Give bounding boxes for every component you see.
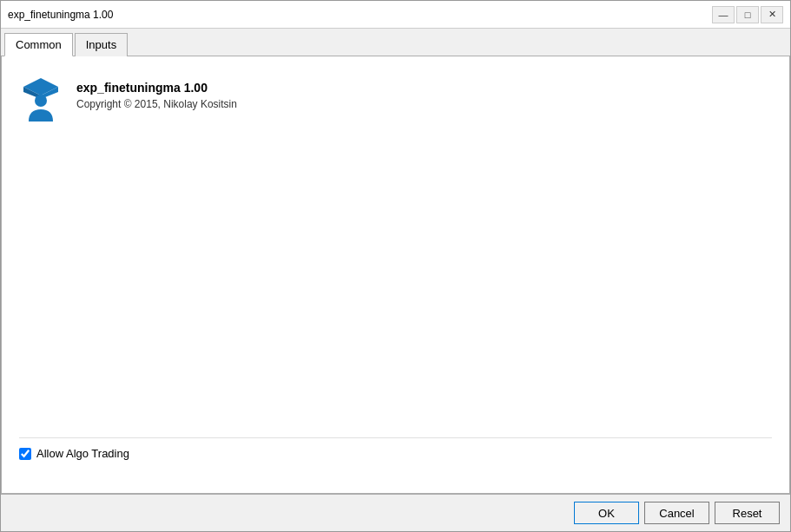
maximize-button[interactable]: □ (736, 6, 759, 23)
reset-button[interactable]: Reset (715, 502, 780, 524)
expert-name: exp_finetuningma 1.00 (76, 81, 237, 95)
close-button[interactable]: ✕ (761, 6, 783, 23)
svg-point-3 (35, 95, 47, 107)
tab-bar: Common Inputs (1, 29, 790, 56)
main-window: exp_finetuningma 1.00 — □ ✕ Common Input… (0, 0, 791, 532)
allow-algo-section: Allow Algo Trading (19, 437, 772, 469)
window-controls: — □ ✕ (712, 6, 783, 23)
expert-info: exp_finetuningma 1.00 Copyright © 2015, … (19, 74, 772, 122)
title-bar: exp_finetuningma 1.00 — □ ✕ (1, 1, 790, 29)
minimize-button[interactable]: — (712, 6, 735, 23)
content-spacer (19, 140, 772, 437)
ok-button[interactable]: OK (574, 502, 639, 524)
tab-common[interactable]: Common (4, 33, 73, 56)
tab-inputs[interactable]: Inputs (75, 33, 128, 56)
expert-details: exp_finetuningma 1.00 Copyright © 2015, … (76, 74, 237, 110)
allow-algo-label[interactable]: Allow Algo Trading (36, 447, 129, 460)
window-title: exp_finetuningma 1.00 (8, 9, 113, 21)
footer: OK Cancel Reset (1, 494, 790, 531)
expert-icon (19, 74, 63, 122)
cancel-button[interactable]: Cancel (644, 502, 709, 524)
content-area: exp_finetuningma 1.00 Copyright © 2015, … (1, 56, 790, 494)
expert-copyright: Copyright © 2015, Nikolay Kositsin (76, 98, 237, 110)
allow-algo-checkbox[interactable] (19, 448, 31, 460)
